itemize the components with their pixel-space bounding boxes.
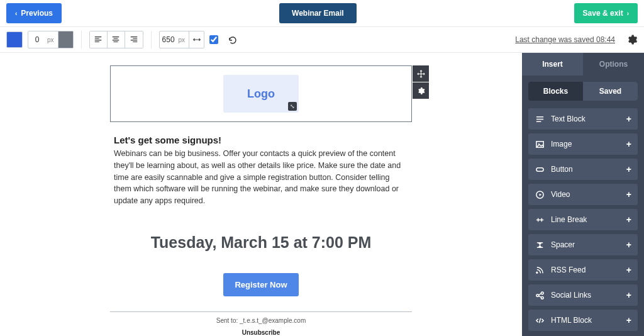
toolbar-divider — [151, 31, 152, 48]
save-exit-button[interactable]: Save & exit › — [574, 3, 638, 23]
add-icon: + — [626, 164, 631, 174]
add-icon: + — [626, 189, 631, 199]
block-rss[interactable]: RSS Feed + — [528, 259, 638, 281]
spacer-icon — [535, 240, 545, 250]
add-icon: + — [626, 114, 631, 124]
logo-placeholder[interactable]: Logo ⤡ — [223, 75, 299, 113]
block-label: Social Links — [551, 291, 591, 300]
code-icon — [535, 316, 545, 325]
block-settings-button[interactable] — [413, 82, 429, 99]
align-left-button[interactable] — [90, 31, 108, 48]
save-exit-label: Save & exit — [583, 9, 623, 18]
toolbar-checkbox[interactable] — [209, 35, 218, 44]
play-circle-icon — [535, 190, 545, 199]
border-style-box[interactable] — [58, 31, 73, 48]
svg-point-6 — [541, 296, 543, 299]
block-video[interactable]: Video + — [528, 184, 638, 205]
block-label: HTML Block — [551, 316, 592, 325]
svg-point-5 — [541, 291, 543, 294]
move-block-button[interactable] — [413, 65, 429, 82]
align-right-button[interactable] — [125, 31, 143, 48]
add-icon: + — [626, 290, 631, 300]
tab-insert[interactable]: Insert — [522, 53, 583, 76]
register-wrap: Register Now — [110, 273, 412, 296]
canvas-wrap: Logo ⤡ Let's get some signups! Webinars … — [0, 53, 522, 336]
block-label: Video — [551, 190, 570, 199]
workspace: Logo ⤡ Let's get some signups! Webinars … — [0, 53, 644, 336]
block-label: Image — [551, 140, 572, 148]
border-width-field[interactable] — [28, 35, 46, 44]
align-group — [89, 31, 143, 48]
register-button[interactable]: Register Now — [223, 273, 298, 296]
chevron-left-icon: ‹ — [15, 10, 17, 17]
event-time[interactable]: Tuesday, March 15 at 7:00 PM — [110, 233, 412, 252]
logo-block[interactable]: Logo ⤡ — [110, 65, 412, 122]
share-icon — [535, 291, 545, 300]
resize-handle-icon[interactable]: ⤡ — [288, 102, 297, 111]
toolbar: px px Last change was saved 08:44 — [0, 26, 644, 53]
border-width-unit: px — [46, 36, 58, 43]
block-spacer[interactable]: Spacer + — [528, 234, 638, 255]
block-label: Button — [551, 165, 573, 174]
block-label: Text Block — [551, 115, 586, 123]
text-lines-icon — [535, 115, 545, 124]
block-linebreak[interactable]: Line Break + — [528, 209, 638, 230]
add-icon: + — [626, 240, 631, 250]
email-body-text[interactable]: Webinars can be big business. Offer your… — [110, 148, 412, 207]
sent-to-text: Sent to: _t.e.s.t_@example.com — [110, 317, 412, 324]
template-title-button[interactable]: Webinar Email — [279, 3, 356, 23]
svg-rect-2 — [536, 167, 543, 171]
block-label: RSS Feed — [551, 266, 586, 274]
border-width-input[interactable]: px — [28, 31, 74, 48]
logo-text: Logo — [247, 87, 275, 101]
canvas-width-input[interactable]: px — [159, 31, 205, 48]
right-panel: Insert Options Blocks Saved Text Block +… — [522, 53, 644, 336]
save-status[interactable]: Last change was saved 08:44 — [515, 35, 615, 44]
canvas-width-field[interactable] — [160, 35, 177, 44]
color-swatch[interactable] — [6, 31, 23, 48]
settings-gear-icon[interactable] — [626, 34, 638, 45]
width-expand-button[interactable] — [189, 31, 204, 48]
tab-options[interactable]: Options — [583, 53, 644, 76]
blocks-saved-segment: Blocks Saved — [528, 82, 638, 101]
divider-line — [110, 311, 412, 312]
add-icon: + — [626, 215, 631, 225]
block-button[interactable]: Button + — [528, 159, 638, 180]
toolbar-divider — [81, 31, 82, 48]
panel-tabs: Insert Options — [522, 53, 644, 76]
block-social[interactable]: Social Links + — [528, 284, 638, 306]
chevron-right-icon: › — [627, 10, 629, 17]
block-label: Spacer — [551, 240, 575, 249]
previous-button[interactable]: ‹ Previous — [6, 3, 62, 23]
button-icon — [535, 165, 545, 174]
panel-body: Blocks Saved Text Block + Image + Button — [522, 76, 644, 336]
previous-label: Previous — [21, 9, 53, 18]
segment-saved[interactable]: Saved — [583, 82, 638, 101]
email-canvas: Logo ⤡ Let's get some signups! Webinars … — [110, 65, 412, 336]
block-image[interactable]: Image + — [528, 133, 638, 155]
undo-button[interactable] — [227, 35, 237, 45]
template-title: Webinar Email — [292, 9, 343, 18]
top-bar: ‹ Previous Webinar Email Save & exit › — [0, 0, 644, 26]
svg-point-4 — [536, 294, 538, 296]
rss-icon — [535, 266, 545, 275]
block-controls — [413, 65, 429, 99]
align-center-button[interactable] — [108, 31, 125, 48]
segment-blocks[interactable]: Blocks — [528, 82, 583, 101]
unsubscribe-link[interactable]: Unsubscribe — [110, 329, 412, 336]
image-icon — [535, 140, 545, 149]
block-label: Line Break — [551, 215, 587, 224]
canvas-width-unit: px — [177, 36, 189, 43]
add-icon: + — [626, 139, 631, 149]
register-label: Register Now — [235, 280, 287, 289]
add-icon: + — [626, 315, 631, 325]
line-break-icon — [535, 215, 545, 225]
add-icon: + — [626, 265, 631, 275]
block-html[interactable]: HTML Block + — [528, 310, 638, 331]
block-list: Text Block + Image + Button + Video + — [528, 108, 638, 331]
email-headline[interactable]: Let's get some signups! — [110, 135, 412, 145]
block-text[interactable]: Text Block + — [528, 108, 638, 130]
